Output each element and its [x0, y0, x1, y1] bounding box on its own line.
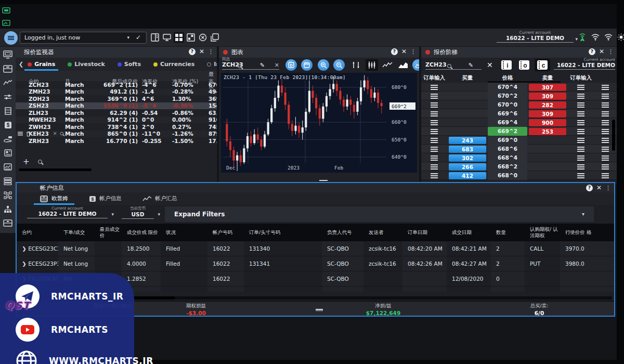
order-entry-handle[interactable] [602, 102, 609, 108]
order-entry-handle[interactable] [431, 129, 438, 134]
order-entry-handle[interactable] [577, 155, 584, 161]
more-icon[interactable]: ⋮ [608, 48, 614, 55]
search-icon[interactable] [447, 64, 451, 68]
ladder-row[interactable]: 670^2309 [421, 92, 617, 100]
clear-symbol-button[interactable]: ✕ [487, 61, 493, 69]
order-entry-handle[interactable] [602, 147, 609, 152]
ladder-info-view-button[interactable]: i [500, 60, 513, 70]
quote-row[interactable]: KEH23March865^0 (1)-11^0-1.26%879^6✕ [16, 131, 217, 138]
quote-row[interactable]: ZSH23March1536^0 (1)-5^4-0.36%1545^4 [16, 102, 217, 110]
panel-list-icon[interactable] [150, 32, 160, 43]
account-selector[interactable]: Current account 16022 - LITE DEMO ▾ [497, 30, 574, 43]
sell-quantity[interactable]: 282 [529, 101, 566, 109]
tab-account-info[interactable]: $ 帐户信息 [89, 192, 122, 205]
storage-icon[interactable] [3, 218, 13, 228]
market-window-icon[interactable] [3, 162, 13, 172]
order-entry-handle[interactable] [431, 155, 438, 161]
more-icon[interactable]: ⋮ [410, 48, 416, 55]
ladder-compact-view-button[interactable]: c [535, 59, 550, 71]
quote-row[interactable]: ZRH23March16.770 (1)-0.255-1.50%17.05 [16, 137, 217, 145]
hierarchy-icon[interactable] [3, 204, 13, 214]
drag-handle-icon[interactable] [18, 132, 23, 136]
order-entry-handle[interactable] [577, 173, 584, 178]
chart-symbol-input[interactable]: ZCH23 ✎ ✕ [222, 61, 279, 70]
account-dollar-icon[interactable]: $ [3, 120, 13, 129]
order-entry-handle[interactable] [577, 129, 584, 134]
candlestick-chart-icon[interactable] [366, 59, 378, 71]
search-icon[interactable] [238, 64, 242, 68]
order-entry-handle[interactable] [602, 173, 609, 178]
tab-indic[interactable]: Indic [207, 58, 217, 71]
order-entry-handle[interactable] [431, 94, 438, 99]
vertical-scrollbar[interactable] [612, 120, 615, 151]
help-icon[interactable]: ? [586, 185, 593, 191]
add-symbol-button[interactable]: + [23, 157, 30, 166]
order-entry-handle[interactable] [577, 102, 584, 108]
order-entry-handle[interactable] [431, 111, 438, 116]
order-row[interactable]: ❯ ECESG23C397Net Long18.2500Filled160221… [17, 241, 614, 256]
order-entry-handle[interactable] [577, 120, 584, 125]
search-icon[interactable] [60, 132, 63, 135]
ladder-row[interactable]: 683668^6 [421, 145, 617, 153]
close-icon[interactable]: ✕ [401, 48, 407, 55]
buy-quantity[interactable]: 243 [449, 137, 486, 144]
order-entry-handle[interactable] [602, 155, 609, 161]
buy-quantity[interactable]: 266 [449, 163, 486, 171]
trash-icon[interactable] [26, 131, 31, 137]
clear-icon[interactable]: ✕ [275, 62, 279, 69]
zoom-out-button[interactable] [333, 59, 345, 71]
line-chart-icon[interactable] [381, 59, 394, 71]
charts-icon[interactable] [3, 78, 13, 87]
layout-grid-icon[interactable] [174, 32, 184, 43]
more-icon[interactable]: ⋮ [208, 48, 214, 55]
sell-quantity[interactable]: 900 [529, 119, 566, 126]
menu-button[interactable] [4, 31, 18, 45]
server-stack-icon[interactable] [3, 176, 13, 186]
orders-table-icon[interactable] [3, 106, 13, 115]
order-entry-handle[interactable] [431, 164, 438, 170]
search-icon[interactable] [38, 160, 42, 164]
buy-quantity[interactable]: 302 [449, 154, 486, 162]
ladder-account-selector[interactable]: Current account 16022 - LITE DEMO [554, 57, 615, 70]
order-entry-handle[interactable] [577, 138, 584, 143]
ladder-row[interactable]: 670^4307 [421, 83, 617, 92]
order-row[interactable]: ❯ ECESG23P398Net Long4.0000Filled1602213… [17, 256, 614, 271]
help-icon[interactable]: ? [391, 48, 398, 55]
order-entry-handle[interactable] [577, 94, 584, 99]
chart-plot-area[interactable]: 680^0660^0650^0640^0669^2Dec2023Feb [221, 73, 417, 173]
ladder-orders-view-button[interactable]: o [518, 60, 530, 70]
order-entry-handle[interactable] [431, 85, 438, 90]
order-entry-handle[interactable] [431, 147, 438, 152]
help-icon[interactable]: ? [189, 48, 196, 55]
zoom-in-button[interactable] [318, 59, 329, 71]
news-icon[interactable] [3, 148, 13, 158]
area-chart-icon[interactable] [397, 59, 409, 71]
desktop-icon[interactable] [2, 20, 10, 27]
order-entry-handle[interactable] [577, 147, 584, 152]
daily-chart-button[interactable]: D [285, 59, 297, 71]
buy-quantity[interactable]: 683 [449, 146, 486, 153]
indicator-button[interactable] [412, 59, 419, 71]
account-filter-selector[interactable]: Current account 16022 - LITE DEMO ▾ [27, 206, 108, 218]
ladder-row[interactable]: 243669^0 [421, 136, 617, 145]
order-entry-handle[interactable] [431, 120, 438, 125]
ladder-symbol-input[interactable]: ZCH23 ✎ [425, 61, 482, 70]
options-network-icon[interactable] [3, 190, 13, 200]
order-entry-handle[interactable] [602, 138, 609, 143]
layout-alt-icon[interactable] [186, 32, 196, 43]
sell-quantity[interactable]: 309 [529, 110, 566, 118]
close-icon[interactable]: ✕ [596, 185, 602, 191]
tab-grains[interactable]: Grains [28, 58, 55, 71]
buy-quantity[interactable]: 412 [449, 172, 486, 179]
order-entry-handle[interactable] [431, 102, 438, 108]
ladder-row[interactable]: 669^6309 [421, 109, 617, 118]
calendar-button[interactable] [301, 59, 313, 71]
wifi-icon[interactable] [604, 34, 613, 41]
desktop-icon[interactable] [2, 7, 10, 15]
currency-selector[interactable]: 当前货币 USD ▾ [122, 206, 154, 219]
order-entry-handle[interactable] [602, 129, 609, 134]
order-entry-handle[interactable] [602, 120, 609, 125]
ladder-row[interactable]: 670^0282 [421, 100, 617, 109]
order-entry-handle[interactable] [602, 164, 609, 170]
login-status-dropdown[interactable]: Logged in, just now ▾ ✓ [20, 32, 147, 44]
